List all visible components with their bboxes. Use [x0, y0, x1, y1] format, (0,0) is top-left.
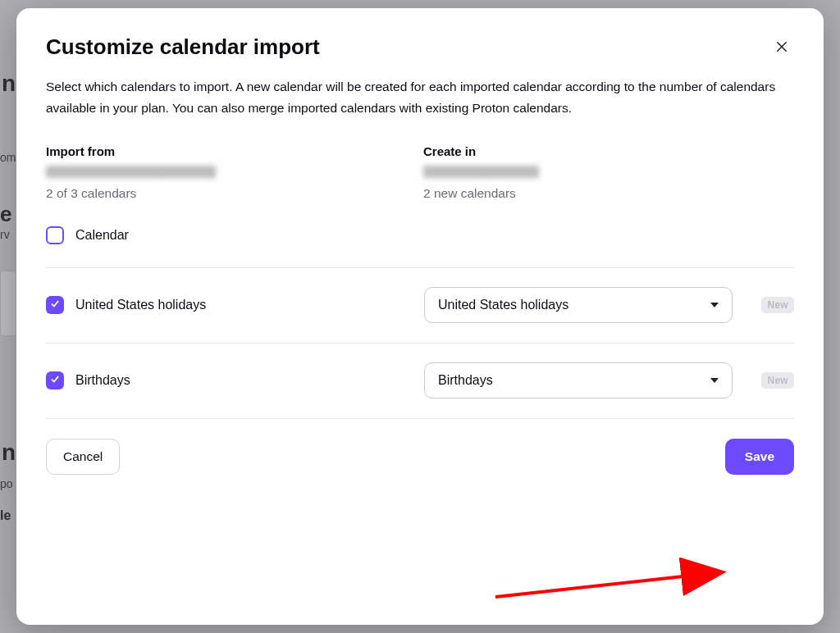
destination-select-us-holidays[interactable]: United States holidays: [424, 287, 733, 323]
modal-description: Select which calendars to import. A new …: [46, 76, 794, 120]
chevron-down-icon: [710, 378, 719, 383]
calendar-checkbox[interactable]: [46, 226, 64, 244]
check-icon: [49, 373, 61, 388]
create-in-email: redacted@proton.me: [423, 165, 794, 180]
close-button[interactable]: [769, 34, 794, 59]
customize-import-modal: Customize calendar import Select which c…: [16, 8, 824, 625]
chevron-down-icon: [710, 303, 719, 307]
select-value: Birthdays: [438, 373, 493, 388]
birthdays-checkbox[interactable]: [46, 371, 64, 389]
create-in-column: Create in redacted@proton.me 2 new calen…: [423, 144, 794, 201]
new-badge: New: [761, 372, 794, 389]
modal-title: Customize calendar import: [46, 34, 320, 60]
calendar-row: Calendar: [46, 204, 794, 268]
calendar-row-label: Calendar: [75, 228, 129, 243]
create-in-label: Create in: [423, 144, 794, 158]
check-icon: [49, 298, 61, 312]
calendar-row-label: Birthdays: [75, 373, 130, 388]
calendar-row-label: United States holidays: [75, 298, 206, 312]
select-value: United States holidays: [438, 298, 568, 312]
cancel-button[interactable]: Cancel: [46, 439, 120, 475]
calendar-row: United States holidays United States hol…: [46, 268, 794, 344]
import-from-email: redacted@live.example.edu.ng: [46, 165, 417, 180]
new-badge: New: [761, 297, 794, 313]
us-holidays-checkbox[interactable]: [46, 296, 64, 314]
close-icon: [774, 39, 789, 54]
create-in-count: 2 new calendars: [423, 186, 794, 201]
destination-select-birthdays[interactable]: Birthdays: [424, 362, 733, 398]
import-from-label: Import from: [46, 144, 417, 158]
import-from-count: 2 of 3 calendars: [46, 186, 417, 201]
import-from-column: Import from redacted@live.example.edu.ng…: [46, 144, 417, 201]
save-button[interactable]: Save: [725, 439, 794, 475]
calendar-row: Birthdays Birthdays New: [46, 344, 794, 419]
